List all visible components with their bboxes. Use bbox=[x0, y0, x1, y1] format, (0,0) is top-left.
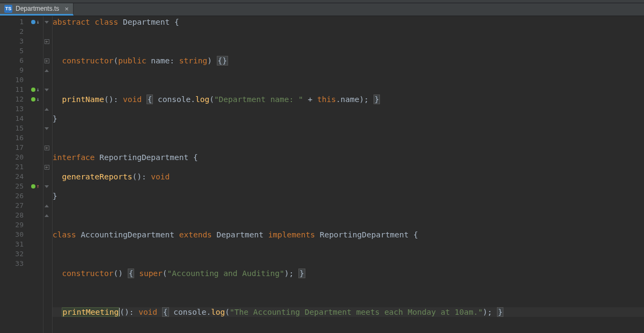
implements-marker-icon[interactable] bbox=[31, 88, 35, 92]
tab-departments-ts[interactable]: TS Departments.ts × bbox=[0, 3, 74, 16]
line-number: 3 bbox=[0, 37, 24, 46]
gutter-marker bbox=[28, 133, 43, 143]
token-pun: (): bbox=[104, 95, 123, 104]
code-line[interactable]: printName(): void { console.log("Departm… bbox=[53, 95, 644, 104]
code-line[interactable]: interface ReportingDepartment { bbox=[53, 153, 644, 162]
fold-cell bbox=[43, 17, 50, 27]
token-name: console bbox=[173, 308, 206, 316]
arrow-down-icon: ↓ bbox=[36, 95, 39, 104]
close-icon[interactable]: × bbox=[64, 5, 69, 13]
fold-cell bbox=[43, 153, 50, 162]
gutter-marker: ↓ bbox=[28, 95, 43, 104]
line-number: 29 bbox=[0, 220, 24, 230]
fold-cell bbox=[43, 46, 50, 56]
folded-region-icon[interactable]: } bbox=[374, 95, 380, 104]
gutter-marker bbox=[28, 172, 43, 182]
fold-collapsed-icon[interactable]: + bbox=[45, 39, 49, 44]
folded-region-icon[interactable]: { bbox=[147, 95, 153, 104]
token-pun bbox=[188, 153, 193, 162]
token-pun: ); bbox=[482, 308, 496, 316]
token-kw: string bbox=[179, 56, 207, 65]
gutter-marker bbox=[28, 66, 43, 75]
gutter-marker bbox=[28, 249, 43, 259]
line-number: 5 bbox=[0, 46, 24, 56]
fold-collapsed-icon[interactable]: + bbox=[45, 165, 49, 170]
code-line[interactable] bbox=[53, 288, 644, 298]
fold-collapsed-icon[interactable]: + bbox=[45, 146, 49, 150]
implements-marker-icon[interactable] bbox=[31, 184, 35, 189]
fold-close-icon[interactable] bbox=[45, 108, 49, 111]
line-number: 11 bbox=[0, 85, 24, 95]
gutter-marker bbox=[28, 259, 43, 269]
token-type: ReportingDepartment bbox=[320, 230, 409, 239]
code-line[interactable] bbox=[53, 327, 644, 333]
editor-area[interactable]: 1235691011121314151617202124252627282930… bbox=[0, 16, 644, 333]
folded-region-icon[interactable]: } bbox=[497, 307, 504, 317]
token-pun: ); bbox=[360, 95, 374, 104]
fold-open-icon[interactable] bbox=[45, 127, 49, 130]
code-content[interactable]: abstract class Department { constructor(… bbox=[50, 16, 644, 333]
token-kw: super bbox=[139, 269, 163, 278]
code-line[interactable]: } bbox=[53, 114, 644, 124]
token-kw: void bbox=[138, 308, 157, 316]
token-name: console bbox=[158, 95, 191, 104]
fold-cell bbox=[43, 114, 50, 124]
token-pun: (): bbox=[132, 172, 151, 181]
fold-open-icon[interactable] bbox=[45, 89, 49, 91]
fold-open-icon[interactable] bbox=[45, 21, 49, 24]
gutter-marker bbox=[28, 153, 43, 162]
line-number: 30 bbox=[0, 230, 24, 240]
gutter-marker bbox=[28, 230, 43, 240]
line-number: 28 bbox=[0, 211, 24, 220]
code-line[interactable] bbox=[53, 133, 644, 143]
line-number-gutter: 1235691011121314151617202124252627282930… bbox=[0, 16, 28, 333]
token-pun bbox=[170, 18, 174, 26]
arrow-down-icon: ↓ bbox=[36, 17, 39, 27]
code-line[interactable]: constructor() { super("Accounting and Au… bbox=[53, 269, 644, 278]
fold-cell bbox=[43, 27, 50, 37]
code-line[interactable]: } bbox=[53, 191, 644, 201]
token-pun bbox=[315, 230, 320, 239]
code-line[interactable]: generateReports(): void bbox=[53, 172, 644, 182]
gutter-marker bbox=[28, 211, 43, 220]
code-line[interactable] bbox=[53, 249, 644, 259]
code-line[interactable]: abstract class Department { bbox=[53, 17, 644, 27]
token-fn: log bbox=[195, 95, 209, 104]
line-number: 1 bbox=[0, 17, 24, 27]
folded-region-icon[interactable]: {} bbox=[217, 56, 228, 66]
code-line[interactable]: class AccountingDepartment extends Depar… bbox=[53, 230, 644, 240]
fold-close-icon[interactable] bbox=[45, 69, 49, 72]
token-str: "Department name: " bbox=[214, 95, 303, 104]
token-kw: extends bbox=[179, 230, 212, 239]
folded-region-icon[interactable]: } bbox=[298, 269, 305, 278]
fold-cell bbox=[43, 230, 50, 240]
gutter-marker bbox=[28, 201, 43, 211]
token-pun: + bbox=[303, 95, 317, 104]
fold-collapsed-icon[interactable]: + bbox=[45, 59, 49, 63]
line-number: 13 bbox=[0, 104, 24, 114]
token-pun: ) bbox=[207, 56, 216, 65]
fold-open-icon[interactable] bbox=[45, 185, 49, 188]
implements-marker-icon[interactable] bbox=[31, 97, 35, 102]
code-line[interactable]: constructor(public name: string) {} bbox=[53, 56, 644, 66]
code-line[interactable] bbox=[53, 37, 644, 46]
token-name: name bbox=[341, 95, 360, 104]
code-line[interactable]: printMeeting(): void { console.log("The … bbox=[53, 307, 644, 317]
code-line[interactable] bbox=[53, 75, 644, 85]
line-number: 33 bbox=[0, 259, 24, 269]
line-number: 26 bbox=[0, 191, 24, 201]
token-pun: ( bbox=[209, 95, 214, 104]
folded-region-icon[interactable]: { bbox=[128, 269, 135, 278]
token-pun bbox=[118, 18, 123, 26]
code-line[interactable] bbox=[53, 211, 644, 220]
fold-cell: + bbox=[43, 143, 50, 153]
override-marker-icon[interactable] bbox=[31, 20, 35, 24]
token-brace: } bbox=[53, 192, 57, 200]
gutter-marker bbox=[28, 56, 43, 66]
fold-cell bbox=[43, 75, 50, 85]
gutter-marker-column: ↓↓↓↑ bbox=[28, 16, 43, 333]
fold-close-icon[interactable] bbox=[45, 214, 49, 217]
folded-region-icon[interactable]: { bbox=[162, 307, 169, 317]
fold-close-icon[interactable] bbox=[45, 205, 49, 207]
token-str: "The Accounting Department meets each Mo… bbox=[230, 308, 482, 316]
